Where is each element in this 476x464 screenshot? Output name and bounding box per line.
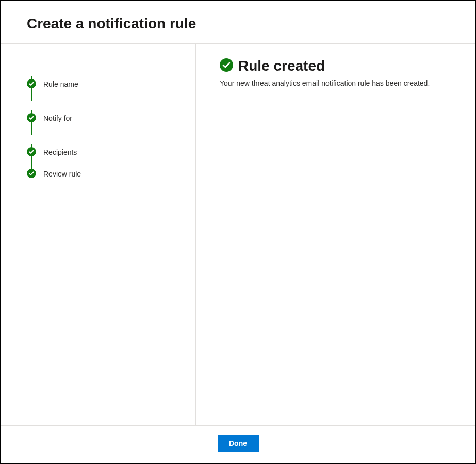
step-list: Rule name Notify for Recipients [27,67,180,178]
step-recipients[interactable]: Recipients [27,135,180,169]
check-circle-icon [27,113,36,122]
dialog-footer: Done [1,425,475,463]
step-label: Review rule [43,169,81,178]
step-review-rule[interactable]: Review rule [27,169,180,178]
success-title: Rule created [238,58,325,74]
main-content: Rule created Your new threat analytics e… [196,44,475,425]
step-label: Rule name [43,79,78,88]
svg-point-4 [220,58,233,72]
dialog-header: Create a notification rule [1,1,475,43]
step-label: Recipients [43,148,77,156]
wizard-steps-sidebar: Rule name Notify for Recipients [1,44,196,425]
success-header: Rule created [220,58,451,74]
check-circle-icon [27,79,36,88]
check-circle-icon [27,147,36,156]
dialog-title: Create a notification rule [27,15,449,32]
success-check-icon [220,58,233,74]
step-notify-for[interactable]: Notify for [27,101,180,135]
success-description: Your new threat analytics email notifica… [220,78,451,89]
check-circle-icon [27,169,36,178]
done-button[interactable]: Done [218,435,259,452]
dialog-body: Rule name Notify for Recipients [1,43,475,425]
step-label: Notify for [43,114,72,122]
notification-rule-dialog: Create a notification rule Rule name No [0,0,476,464]
step-rule-name[interactable]: Rule name [27,67,180,101]
